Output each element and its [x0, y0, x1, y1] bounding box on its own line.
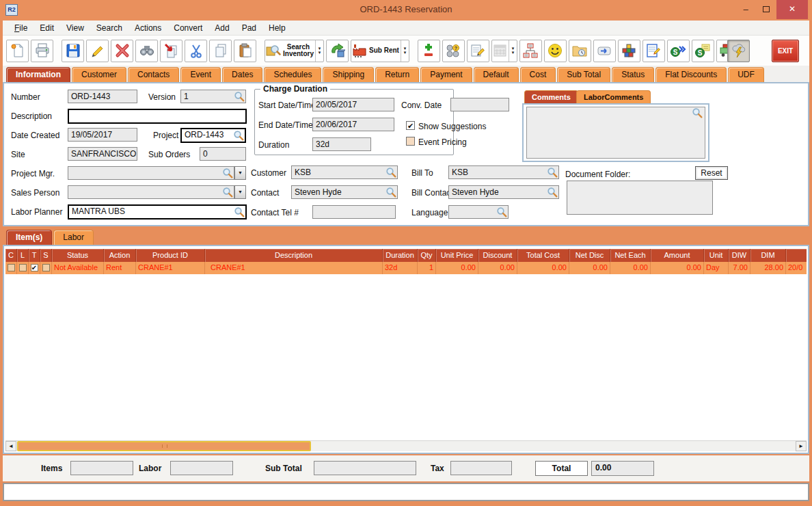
maximize-button[interactable]	[756, 0, 776, 19]
item-description[interactable]: CRANE#1	[205, 262, 383, 274]
project-field[interactable]: ORD-1443	[180, 128, 246, 143]
col-header-c[interactable]: C	[5, 249, 17, 262]
menu-add[interactable]: Add	[208, 22, 235, 34]
tab-udf[interactable]: UDF	[728, 67, 764, 82]
tab-cost[interactable]: Cost	[520, 67, 556, 82]
item-total-cost[interactable]: 0.00	[517, 262, 569, 274]
sub-orders-field[interactable]: 0	[200, 147, 246, 161]
tab-payment[interactable]: Payment	[420, 67, 472, 82]
convert-button[interactable]	[326, 40, 349, 62]
exit-button[interactable]: EXIT	[772, 40, 799, 62]
search-inventory-button[interactable]: Search Inventory ▼▼	[265, 40, 324, 62]
item-amount[interactable]: 0.00	[651, 262, 704, 274]
tab-return[interactable]: Return	[375, 67, 419, 82]
add-remove-button[interactable]	[418, 40, 440, 62]
labor-planner-lookup-icon[interactable]	[234, 207, 245, 217]
tab-information[interactable]: Information	[6, 67, 70, 82]
comments-lookup-icon[interactable]	[692, 107, 703, 118]
tab-sub-total[interactable]: Sub Total	[557, 67, 610, 82]
copy-button[interactable]	[209, 40, 232, 62]
billing-forward-button[interactable]: S	[667, 40, 690, 62]
bill-contact-field[interactable]: Steven Hyde	[448, 185, 559, 199]
col-header-total-cost[interactable]: Total Cost	[517, 249, 569, 262]
item-clipped-date[interactable]: 20/0	[786, 262, 807, 274]
item-action[interactable]: Rent	[104, 262, 136, 274]
col-header-duration[interactable]: Duration	[383, 249, 418, 262]
edit-note-button[interactable]	[642, 40, 665, 62]
contact-field[interactable]: Steven Hyde	[291, 185, 398, 199]
copy-special-button[interactable]	[160, 40, 182, 62]
tab-status[interactable]: Status	[612, 67, 654, 82]
start-date-field[interactable]: 20/05/2017	[312, 98, 394, 111]
find-button[interactable]	[135, 40, 158, 62]
item-t-cell[interactable]	[29, 262, 40, 274]
show-suggestions-checkbox[interactable]	[406, 121, 415, 130]
description-field[interactable]	[68, 109, 247, 124]
project-lookup-icon[interactable]	[233, 130, 244, 141]
paste-button[interactable]	[234, 40, 256, 62]
tab-comments[interactable]: Comments	[524, 90, 578, 103]
item-l-checkbox[interactable]	[19, 264, 27, 271]
project-mgr-field[interactable]	[68, 166, 234, 180]
smiley-button[interactable]	[544, 40, 567, 62]
col-header-unit-price[interactable]: Unit Price	[436, 249, 478, 262]
cut-button[interactable]	[185, 40, 207, 62]
item-unit[interactable]: Day	[704, 262, 729, 274]
item-net-disc[interactable]: 0.00	[569, 262, 610, 274]
col-header-diw[interactable]: DIW	[729, 249, 750, 262]
col-header-l[interactable]: L	[17, 249, 29, 262]
menu-file[interactable]: File	[8, 22, 33, 34]
item-c-cell[interactable]	[5, 262, 17, 274]
item-l-cell[interactable]	[17, 262, 29, 274]
print-button[interactable]	[31, 40, 53, 62]
site-structure-button[interactable]	[519, 40, 542, 62]
bill-to-lookup-icon[interactable]	[547, 167, 558, 178]
tab-schedules[interactable]: Schedules	[264, 67, 321, 82]
item-discount[interactable]: 0.00	[478, 262, 517, 274]
labor-total-field[interactable]	[170, 461, 233, 475]
menu-edit[interactable]: Edit	[33, 22, 60, 34]
conv-date-field[interactable]	[450, 98, 509, 111]
item-t-checkbox[interactable]	[31, 264, 38, 271]
col-header-qty[interactable]: Qty	[418, 249, 436, 262]
item-status[interactable]: Not Available	[52, 262, 104, 274]
menu-pad[interactable]: Pad	[236, 22, 262, 34]
tab-default[interactable]: Default	[474, 67, 519, 82]
end-date-field[interactable]: 20/06/2017	[312, 118, 394, 131]
item-product-id[interactable]: CRANE#1	[136, 262, 205, 274]
item-diw[interactable]: 7.00	[729, 262, 750, 274]
comments-textarea[interactable]	[526, 107, 705, 159]
menu-convert[interactable]: Convert	[167, 22, 208, 34]
item-s-checkbox[interactable]	[42, 264, 50, 271]
col-header-unit[interactable]: Unit	[704, 249, 729, 262]
delete-button[interactable]	[111, 40, 133, 62]
item-s-cell[interactable]	[40, 262, 52, 274]
version-lookup-icon[interactable]	[234, 91, 245, 102]
menu-actions[interactable]: Actions	[128, 22, 167, 34]
col-header-net-each[interactable]: Net Each	[610, 249, 651, 262]
col-header-product-id[interactable]: Product ID	[136, 249, 205, 262]
new-document-button[interactable]	[6, 40, 29, 62]
col-header-action[interactable]: Action	[104, 249, 136, 262]
notes-button[interactable]	[467, 40, 489, 62]
bill-to-field[interactable]: KSB	[448, 165, 559, 179]
tab-contacts[interactable]: Contacts	[128, 67, 179, 82]
item-net-each[interactable]: 0.00	[610, 262, 651, 274]
col-header-status[interactable]: Status	[52, 249, 104, 262]
col-header-clipped[interactable]	[786, 249, 807, 262]
item-row[interactable]: Not Available Rent CRANE#1 CRANE#1 32d 1…	[5, 262, 807, 274]
tab-labor[interactable]: Labor	[53, 230, 94, 245]
tab-labor-comments[interactable]: LaborComments	[576, 90, 651, 103]
history-folder-button[interactable]	[569, 40, 591, 62]
customer-lookup-icon[interactable]	[385, 167, 396, 178]
reset-button[interactable]: Reset	[695, 166, 728, 180]
billing-note-button[interactable]: S	[692, 40, 714, 62]
tab-flat-discounts[interactable]: Flat Discounts	[655, 67, 727, 82]
items-total-field[interactable]	[70, 461, 133, 475]
language-lookup-icon[interactable]	[496, 207, 507, 217]
document-folder-box[interactable]	[567, 181, 713, 215]
project-mgr-dropdown[interactable]: ▼	[234, 166, 246, 180]
col-header-discount[interactable]: Discount	[478, 249, 517, 262]
kits-button[interactable]	[618, 40, 640, 62]
col-header-description[interactable]: Description	[205, 249, 383, 262]
